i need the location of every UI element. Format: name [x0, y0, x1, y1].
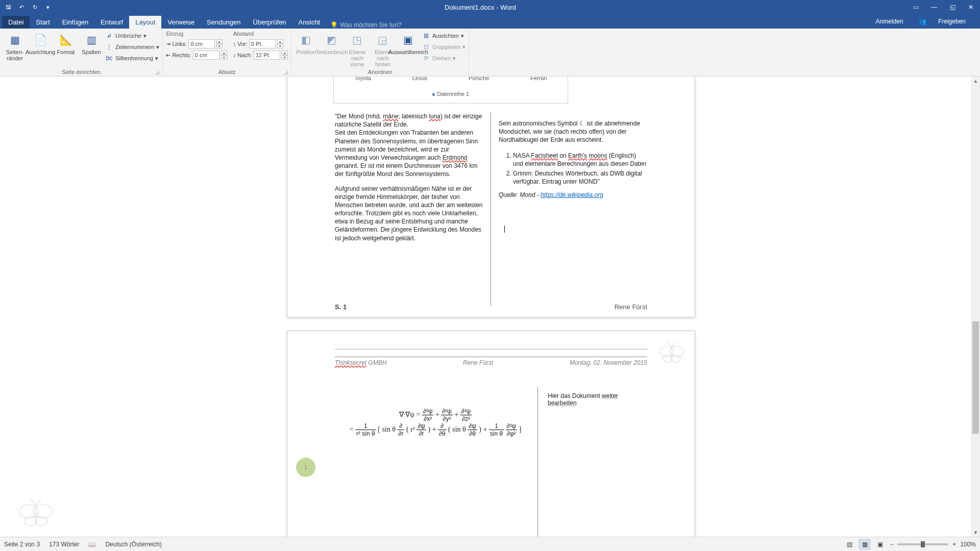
spacing-before-input[interactable]: 0 Pt.: [249, 39, 276, 48]
window-controls: ▭ — ◱ ✕: [906, 0, 980, 14]
tab-start[interactable]: Start: [30, 16, 56, 29]
document-canvas[interactable]: Toyota Lexus Porsche Ferrari Datenreihe …: [0, 77, 980, 537]
green-marker: 1: [296, 458, 315, 477]
butterfly-watermark: [656, 341, 687, 367]
maximize-button[interactable]: ◱: [943, 0, 962, 14]
size-button[interactable]: 📐Format: [54, 30, 78, 55]
bring-forward-button[interactable]: ◳Ebene nach vorne: [346, 30, 369, 67]
tab-ansicht[interactable]: Ansicht: [292, 16, 327, 29]
list-item: NASA Factsheet on Earth's moons (Englisc…: [513, 152, 647, 168]
close-button[interactable]: ✕: [962, 0, 980, 14]
indent-left-input[interactable]: 0 cm: [188, 39, 215, 48]
spacing-after-input[interactable]: 12 Pt.: [254, 51, 280, 60]
qat-customize-button[interactable]: ▾: [42, 2, 54, 13]
align-button[interactable]: ⊞Ausrichten▾: [422, 31, 465, 41]
scroll-up-button[interactable]: ▲: [971, 77, 980, 85]
columns-button[interactable]: ▥Spalten: [80, 30, 103, 55]
status-page[interactable]: Seite 2 von 3: [4, 541, 40, 548]
share-icon: 👥: [914, 18, 933, 25]
indent-right-input[interactable]: 0 cm: [193, 51, 219, 60]
wrap-button[interactable]: ◩Textumbruch: [320, 30, 344, 55]
hyphenation-button[interactable]: bcSilbentrennung▾: [105, 53, 159, 63]
tab-entwurf[interactable]: Entwurf: [94, 16, 129, 29]
zoom-out-button[interactable]: −: [890, 541, 893, 548]
margins-button[interactable]: ▦Seiten- ränder: [3, 30, 27, 61]
spin-up[interactable]: ▴: [282, 51, 288, 55]
header-date: Montag, 02. November 2015: [570, 359, 647, 366]
status-proofing-icon[interactable]: 📖: [88, 541, 96, 548]
send-backward-button[interactable]: ◲Ebene nach hinten: [371, 30, 395, 67]
view-print-button[interactable]: ▦: [859, 539, 870, 549]
orientation-button[interactable]: 📄Ausrichtung: [29, 30, 52, 55]
zoom-thumb[interactable]: [921, 541, 925, 547]
scroll-down-button[interactable]: ▼: [971, 528, 980, 537]
para-erdmond: Seit den Entdeckungen von Trabanten bei …: [335, 129, 483, 178]
save-button[interactable]: 🖫: [2, 2, 14, 13]
zoom-in-button[interactable]: +: [952, 541, 956, 548]
undo-button[interactable]: ↶: [15, 2, 28, 13]
para-intro: "Der Mond (mhd. mâne; lateinisch luna) i…: [335, 112, 483, 129]
tab-sendungen[interactable]: Sendungen: [201, 16, 247, 29]
title-bar: 🖫 ↶ ↻ ▾ Dokument1.docx - Word ▭ — ◱ ✕: [0, 0, 980, 14]
share-label: Freigeben: [933, 18, 971, 25]
status-language[interactable]: Deutsch (Österreich): [105, 541, 162, 548]
group-absatz: Einzug ⇥Links:0 cm▴▾ ⇤Rechts:0 cm▴▾ Abst…: [163, 29, 291, 76]
spin-down[interactable]: ▾: [282, 55, 288, 60]
indent-left-label: Links:: [172, 41, 187, 47]
source-line: Quelle: Mond - https://de.wikipedia.org: [499, 191, 647, 199]
rotate-button[interactable]: ⟳Drehen▾: [422, 53, 465, 63]
status-words[interactable]: 173 Wörter: [49, 541, 79, 548]
redo-button[interactable]: ↻: [29, 2, 41, 13]
scroll-thumb[interactable]: [972, 321, 979, 434]
indent-right-label: Rechts:: [172, 52, 191, 58]
spin-down[interactable]: ▾: [221, 55, 227, 60]
tell-me-search[interactable]: 💡Was möchten Sie tun?: [326, 21, 401, 29]
laplacian-formula: ∇·∇ψ = ∂²ψ∂x² + ∂²ψ∂y² + ∂²ψ∂z² = 1r² si…: [338, 408, 532, 437]
bring-forward-icon: ◳: [349, 32, 365, 48]
zoom-level[interactable]: 100%: [960, 541, 976, 548]
spin-up[interactable]: ▴: [277, 39, 283, 44]
dialog-launcher-seite[interactable]: ◿: [156, 70, 159, 75]
line-numbers-label: Zeilennummern: [115, 44, 154, 50]
selection-pane-button[interactable]: ▣Auswahlbereich: [397, 30, 420, 55]
zoom-slider[interactable]: [897, 543, 948, 545]
group-btn-label: Gruppieren: [432, 44, 460, 50]
chevron-down-icon: ▾: [155, 55, 158, 62]
dialog-launcher-absatz[interactable]: ◿: [284, 70, 288, 75]
tab-verweise[interactable]: Verweise: [161, 16, 201, 29]
tab-datei[interactable]: Datei: [2, 16, 30, 29]
view-web-button[interactable]: ▣: [874, 539, 886, 549]
svg-point-2: [663, 355, 672, 362]
indent-left-icon: ⇥: [166, 41, 170, 47]
chart-legend-box: Toyota Lexus Porsche Ferrari Datenreihe …: [333, 77, 568, 104]
tab-layout[interactable]: Layout: [129, 16, 161, 29]
bring-forward-label: Ebene nach vorne: [346, 48, 369, 67]
source-link[interactable]: https://de.wikipedia.org: [541, 191, 603, 198]
tab-ueberpruefen[interactable]: Überprüfen: [247, 16, 292, 29]
minimize-button[interactable]: —: [925, 0, 943, 14]
svg-point-8: [35, 516, 47, 526]
position-button[interactable]: ◧Position: [295, 30, 318, 55]
window-title: Dokument1.docx - Word: [54, 4, 906, 11]
spin-up[interactable]: ▴: [221, 51, 227, 55]
text-cursor: [504, 226, 505, 233]
ribbon-display-button[interactable]: ▭: [906, 0, 925, 14]
chart-categories: Toyota Lexus Porsche Ferrari: [334, 77, 568, 81]
view-read-button[interactable]: ▤: [844, 539, 855, 549]
sign-in-button[interactable]: Anmelden: [871, 18, 909, 25]
group-button[interactable]: ⊡Gruppieren▾: [422, 42, 465, 52]
spacing-after-icon: ↕: [233, 52, 236, 58]
selection-icon: ▣: [400, 32, 416, 48]
spin-up[interactable]: ▴: [216, 39, 223, 44]
columns-icon: ▥: [83, 32, 100, 48]
spin-down[interactable]: ▾: [216, 44, 223, 48]
footer-author: Rene Fürst: [615, 303, 647, 311]
spin-down[interactable]: ▾: [277, 44, 283, 48]
tab-einfuegen[interactable]: Einfügen: [56, 16, 94, 29]
breaks-button[interactable]: ↲Umbrüche▾: [105, 31, 159, 41]
share-button[interactable]: 👥 Freigeben: [909, 18, 976, 25]
vertical-scrollbar[interactable]: ▲ ▼: [971, 77, 980, 537]
svg-point-7: [24, 516, 36, 526]
line-numbers-button[interactable]: ⋮Zeilennummern▾: [105, 42, 159, 52]
align-icon: ⊞: [422, 32, 430, 40]
